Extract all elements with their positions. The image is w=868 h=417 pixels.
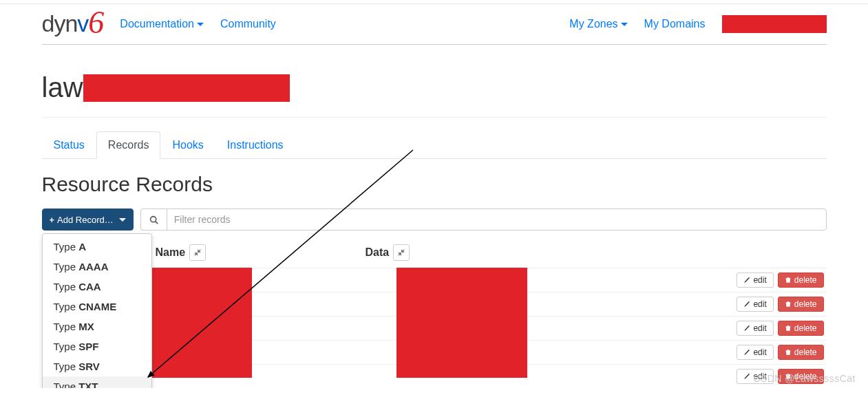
edit-label: edit xyxy=(753,372,766,381)
nav-documentation-label: Documentation xyxy=(120,18,194,30)
logo-part2: v xyxy=(77,10,88,36)
pencil-icon xyxy=(743,277,750,284)
type-prefix: Type xyxy=(54,381,79,388)
dropdown-item-type-mx[interactable]: Type MX xyxy=(43,317,151,336)
pencil-icon xyxy=(743,349,750,356)
filter-group xyxy=(140,208,827,231)
section-title: Resource Records xyxy=(42,173,827,196)
type-prefix: Type xyxy=(54,301,79,312)
add-record-button[interactable]: + Add Record… xyxy=(42,208,134,231)
add-record-dropdown: Type AType AAAAType CAAType CNAMEType MX… xyxy=(42,233,152,388)
table-row: editdelete xyxy=(42,292,827,316)
type-prefix: Type xyxy=(54,361,79,372)
tab-hooks[interactable]: Hooks xyxy=(160,131,215,159)
type-value: MX xyxy=(78,321,94,332)
trash-icon xyxy=(785,301,792,308)
caret-down-icon xyxy=(621,23,628,26)
nav-my-domains[interactable]: My Domains xyxy=(644,18,706,30)
nav-my-zones[interactable]: My Zones xyxy=(569,18,627,30)
logo[interactable]: dynv6 xyxy=(42,10,104,37)
delete-label: delete xyxy=(794,348,817,357)
tab-records[interactable]: Records xyxy=(96,131,161,159)
nav-left: dynv6 Documentation Community xyxy=(42,10,276,37)
dropdown-item-type-txt[interactable]: Type TXT xyxy=(43,376,151,388)
delete-label: delete xyxy=(794,275,817,285)
column-header-data: Data xyxy=(366,244,827,261)
dropdown-item-type-a[interactable]: Type A xyxy=(43,237,151,257)
delete-label: delete xyxy=(794,323,817,333)
dropdown-item-type-spf[interactable]: Type SPF xyxy=(43,336,151,356)
toolbar: + Add Record… Type AType AAAAType CAATyp… xyxy=(42,208,827,231)
dropdown-item-type-caa[interactable]: Type CAA xyxy=(43,277,151,297)
filter-input[interactable] xyxy=(167,208,827,231)
edit-button[interactable]: edit xyxy=(737,345,773,360)
collapse-name-button[interactable] xyxy=(189,244,206,261)
type-value: A xyxy=(78,241,86,253)
nav-right: My Zones My Domains xyxy=(569,15,826,33)
delete-label: delete xyxy=(794,299,817,309)
edit-button[interactable]: edit xyxy=(737,321,773,336)
svg-line-1 xyxy=(156,221,158,223)
type-value: SPF xyxy=(78,341,98,352)
records-table: Name Data editdeleteeditdeleteeditdelete… xyxy=(42,237,827,388)
type-value: TXT xyxy=(78,381,98,388)
edit-label: edit xyxy=(753,348,766,357)
delete-button[interactable]: delete xyxy=(778,345,824,360)
nav-documentation[interactable]: Documentation xyxy=(120,18,204,30)
type-prefix: Type xyxy=(54,341,79,352)
nav-community[interactable]: Community xyxy=(220,18,276,30)
trash-icon xyxy=(785,373,792,380)
type-prefix: Type xyxy=(54,281,79,292)
tabs: Status Records Hooks Instructions xyxy=(42,131,827,159)
row-actions: editdelete xyxy=(737,272,826,288)
top-divider xyxy=(0,3,868,4)
collapse-icon xyxy=(194,249,201,256)
caret-down-icon xyxy=(197,23,204,26)
page-title-prefix: law xyxy=(42,72,83,103)
dropdown-item-type-aaaa[interactable]: Type AAAA xyxy=(43,257,151,277)
svg-point-0 xyxy=(150,216,156,222)
type-prefix: Type xyxy=(54,321,79,332)
tab-status[interactable]: Status xyxy=(42,131,96,159)
trash-icon xyxy=(785,349,792,356)
row-actions: editdelete xyxy=(737,321,826,336)
delete-label: delete xyxy=(794,372,817,381)
pencil-icon xyxy=(743,373,750,380)
logo-part3: 6 xyxy=(88,5,103,40)
type-value: CNAME xyxy=(78,301,116,312)
plus-icon: + xyxy=(50,215,55,225)
page-title: law xyxy=(42,72,827,103)
type-value: AAAA xyxy=(78,261,108,272)
delete-button[interactable]: delete xyxy=(778,321,824,336)
add-record-label: Add Record… xyxy=(57,215,114,225)
trash-icon xyxy=(785,325,792,332)
title-divider xyxy=(42,117,827,118)
table-row: editdelete xyxy=(42,364,827,388)
column-name-label: Name xyxy=(156,246,186,259)
collapse-data-button[interactable] xyxy=(393,244,410,261)
dropdown-item-type-cname[interactable]: Type CNAME xyxy=(43,297,151,317)
row-actions: editdelete xyxy=(737,369,826,384)
delete-button[interactable]: delete xyxy=(778,297,824,312)
caret-down-icon xyxy=(119,218,126,222)
type-prefix: Type xyxy=(54,261,79,272)
edit-label: edit xyxy=(753,275,766,285)
tab-instructions[interactable]: Instructions xyxy=(215,131,295,159)
table-row: editdelete xyxy=(42,316,827,340)
type-value: CAA xyxy=(78,281,101,292)
delete-button[interactable]: delete xyxy=(778,369,824,384)
trash-icon xyxy=(785,277,792,284)
edit-button[interactable]: edit xyxy=(737,297,773,312)
redacted-user-area xyxy=(722,15,827,33)
edit-button[interactable]: edit xyxy=(737,369,773,384)
delete-button[interactable]: delete xyxy=(778,272,824,288)
redacted-zone-name xyxy=(83,74,290,102)
search-icon xyxy=(149,215,158,224)
search-icon-wrap xyxy=(140,208,167,231)
row-actions: editdelete xyxy=(737,297,826,312)
type-prefix: Type xyxy=(54,241,79,253)
logo-part1: dyn xyxy=(42,10,78,36)
edit-button[interactable]: edit xyxy=(737,272,773,288)
dropdown-item-type-srv[interactable]: Type SRV xyxy=(43,356,151,376)
table-header-row: Name Data xyxy=(42,237,827,268)
